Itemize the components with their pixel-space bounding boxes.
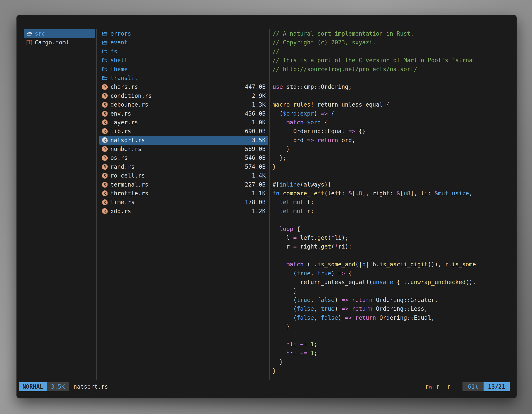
file-label: Cargo.toml xyxy=(35,38,69,47)
file-label: theme xyxy=(110,65,128,74)
list-item-fs[interactable]: fs xyxy=(99,47,268,56)
code-line: let mut r; xyxy=(273,207,510,216)
file-label: env.rs xyxy=(110,109,131,118)
file-size: 574.0B xyxy=(245,163,266,171)
file-size: 589.0B xyxy=(245,144,266,154)
rust-icon: R xyxy=(101,137,108,143)
mode-badge: NORMAL xyxy=(19,382,47,391)
file-size: 178.0B xyxy=(245,198,266,207)
file-size: 1.0K xyxy=(252,118,266,127)
list-item-shell[interactable]: shell xyxy=(99,56,268,65)
code-line: match (l.is_some_and(|b| b.is_ascii_digi… xyxy=(273,260,510,269)
code-line: fn compare_left(left: &[u8], right: &[u8… xyxy=(273,189,510,198)
list-item-number.rs[interactable]: Rnumber.rs589.0B xyxy=(99,144,268,154)
list-item-lib.rs[interactable]: Rlib.rs690.0B xyxy=(99,127,268,136)
rust-icon: R xyxy=(101,182,108,188)
file-label: number.rs xyxy=(110,144,142,154)
status-filename: natsort.rs xyxy=(74,382,108,391)
file-label: lib.rs xyxy=(110,127,131,136)
list-item-layer.rs[interactable]: Rlayer.rs1.0K xyxy=(99,118,268,127)
list-item-rand.rs[interactable]: Rrand.rs574.0B xyxy=(99,163,268,171)
rust-icon: R xyxy=(101,93,108,99)
code-line: } xyxy=(273,366,510,375)
code-line: ord => return ord, xyxy=(273,136,510,144)
list-item-errors[interactable]: errors xyxy=(99,29,268,38)
folder-open-icon xyxy=(101,40,108,46)
list-item-os.rs[interactable]: Ros.rs546.0B xyxy=(99,154,268,162)
file-label: errors xyxy=(110,29,131,38)
parent-pane[interactable]: src[T]Cargo.toml xyxy=(24,29,95,47)
rust-icon: R xyxy=(101,199,108,205)
code-line: return_unless_equal!(unsafe { l.unwrap_u… xyxy=(273,278,510,287)
preview-pane[interactable]: // A natural sort implementation in Rust… xyxy=(273,29,510,375)
list-item-terminal.rs[interactable]: Rterminal.rs227.0B xyxy=(99,180,268,189)
list-item-natsort.rs[interactable]: Rnatsort.rs3.5K xyxy=(99,136,268,144)
file-label: terminal.rs xyxy=(110,180,148,189)
file-size: 1.4K xyxy=(252,171,266,180)
pane-divider xyxy=(269,29,270,380)
file-label: xdg.rs xyxy=(110,207,131,216)
list-item-throttle.rs[interactable]: Rthrottle.rs1.1K xyxy=(99,189,268,198)
code-line: use std::cmp::Ordering; xyxy=(273,82,510,91)
file-size: 1.2K xyxy=(252,207,266,216)
list-item-chars.rs[interactable]: Rchars.rs447.0B xyxy=(99,82,268,91)
folder-open-icon xyxy=(101,57,108,63)
code-line: let mut l; xyxy=(273,198,510,207)
code-line: } xyxy=(273,287,510,295)
code-line: l = left.get(*li); xyxy=(273,233,510,242)
code-line: (true, false) => return Ordering::Greate… xyxy=(273,296,510,304)
file-label: src xyxy=(35,29,45,38)
list-item-env.rs[interactable]: Renv.rs436.0B xyxy=(99,109,268,118)
code-line: // xyxy=(273,47,510,56)
current-pane[interactable]: errorseventfsshellthemetranslitRchars.rs… xyxy=(99,29,268,216)
code-line: (true, true) => { xyxy=(273,269,510,278)
folder-open-icon xyxy=(101,48,108,54)
list-item-event[interactable]: event xyxy=(99,38,268,47)
file-label: os.rs xyxy=(110,154,128,162)
code-line: (false, false) => return Ordering::Equal… xyxy=(273,313,510,322)
list-item-condition.rs[interactable]: Rcondition.rs2.9K xyxy=(99,91,268,100)
list-item-theme[interactable]: theme xyxy=(99,65,268,74)
file-size: 2.9K xyxy=(252,91,266,100)
code-line: // Copyright (c) 2023, sxyazi. xyxy=(273,38,510,47)
list-item-translit[interactable]: translit xyxy=(99,74,268,82)
pane-divider xyxy=(96,29,97,380)
file-label: condition.rs xyxy=(110,91,152,100)
code-line: #[inline(always)] xyxy=(273,180,510,189)
list-item-debounce.rs[interactable]: Rdebounce.rs1.3K xyxy=(99,100,268,109)
file-size: 690.0B xyxy=(245,127,266,136)
file-label: translit xyxy=(110,74,138,82)
file-label: natsort.rs xyxy=(110,136,145,144)
list-item-time.rs[interactable]: Rtime.rs178.0B xyxy=(99,198,268,207)
folder-open-icon xyxy=(25,31,33,37)
list-item-xdg.rs[interactable]: Rxdg.rs1.2K xyxy=(99,207,268,216)
code-line: Ordering::Equal => {} xyxy=(273,127,510,136)
list-item-Cargo.toml[interactable]: [T]Cargo.toml xyxy=(24,38,95,47)
rust-icon: R xyxy=(101,146,108,152)
rust-icon: R xyxy=(101,111,108,116)
list-item-src[interactable]: src xyxy=(24,29,95,38)
code-line: } xyxy=(273,144,510,154)
code-line: loop { xyxy=(273,225,510,233)
rust-icon: R xyxy=(101,191,108,196)
code-line: *ri += 1; xyxy=(273,349,510,357)
file-label: chars.rs xyxy=(110,82,138,91)
code-line: r = right.get(*ri); xyxy=(273,242,510,251)
folder-open-icon xyxy=(101,31,108,37)
code-line: }; xyxy=(273,154,510,162)
code-line: // http://sourcefrog.net/projects/natsor… xyxy=(273,65,510,74)
rust-icon: R xyxy=(101,102,108,108)
code-line xyxy=(273,74,510,82)
file-size: 436.0B xyxy=(245,109,266,118)
file-label: rand.rs xyxy=(110,163,134,171)
rust-icon: R xyxy=(101,119,108,125)
file-label: layer.rs xyxy=(110,118,138,127)
code-line xyxy=(273,171,510,180)
list-item-ro_cell.rs[interactable]: Rro_cell.rs1.4K xyxy=(99,171,268,180)
folder-open-icon xyxy=(101,66,108,72)
cursor-position-badge: 13/21 xyxy=(484,382,510,391)
code-line: ($ord:expr) => { xyxy=(273,109,510,118)
file-size-badge: 3.5K xyxy=(47,382,68,391)
rust-icon: R xyxy=(101,128,108,134)
code-line: (false, true) => return Ordering::Less, xyxy=(273,304,510,313)
